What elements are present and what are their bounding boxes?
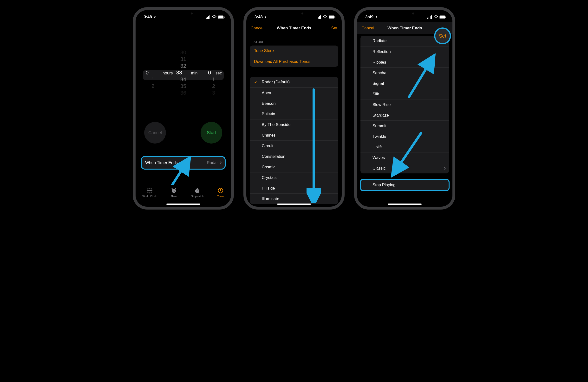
tone-row[interactable]: Chimes [250,130,338,140]
tone-row[interactable]: Silk [360,89,449,99]
status-time: 3:48 [254,15,263,20]
tone-row[interactable]: Slow Rise [360,99,449,110]
tone-row[interactable]: Constellation [250,151,338,162]
when-timer-ends-row[interactable]: When Timer Ends Radar [141,157,225,169]
tones-group: RadiateReflectionRipplesSenchaSignalSilk… [360,36,449,173]
timer-icon [217,187,224,194]
cell-signal-icon [206,15,211,19]
tone-row[interactable]: Signal [360,78,449,89]
tone-label: By The Seaside [262,122,291,127]
globe-icon [146,187,153,194]
tab-stopwatch[interactable]: Stopwatch [191,187,204,198]
stop-playing-row[interactable]: Stop Playing [360,180,449,190]
tone-store-link[interactable]: Tone Store [250,45,338,56]
tone-row[interactable]: Illuminate [250,193,338,204]
phone-tone-list-top: 3:48 Cancel When Timer Ends Set STORE To… [243,7,345,210]
tone-row[interactable]: Beacon [250,98,338,109]
store-header: STORE [246,34,342,45]
cell-signal-icon [317,15,321,19]
nav-set[interactable]: Set [318,26,337,31]
svg-rect-16 [320,15,321,19]
tone-row[interactable]: Twinkle [360,131,449,142]
nav-set[interactable]: Set [439,33,446,39]
tone-row[interactable]: Cosmic [250,162,338,172]
notch [387,10,423,17]
tone-label: Ripples [373,60,386,65]
tone-row[interactable]: Waves [360,152,449,163]
tone-label: Radar (Default) [262,80,290,85]
tone-row[interactable]: By The Seaside [250,119,338,130]
store-group: Tone Store Download All Purchased Tones [250,45,338,67]
svg-rect-26 [440,16,445,18]
svg-rect-24 [431,15,432,19]
svg-rect-2 [208,16,209,19]
location-icon [264,16,267,19]
tone-row[interactable]: Stargaze [360,110,449,120]
svg-rect-27 [445,17,446,18]
svg-rect-3 [210,15,210,19]
tone-label: Bulletin [262,112,275,117]
svg-rect-14 [318,17,318,19]
phone-tone-list-bottom: 3:49 Cancel When Timer Ends Set RadiateR… [354,7,455,210]
tone-label: Stargaze [373,113,389,118]
tone-label: Signal [373,81,384,86]
battery-icon [329,15,336,19]
home-indicator[interactable] [277,204,311,205]
wte-label: When Timer Ends [145,160,178,165]
tab-world-clock[interactable]: World Clock [143,187,157,198]
picker-seconds[interactable]: 0 1 2 3 [202,49,225,96]
time-picker[interactable]: 0 1 2 30 31 32 33 34 35 36 0 [136,49,231,96]
tone-label: Constellation [262,154,285,159]
svg-rect-22 [429,17,429,19]
nav-cancel[interactable]: Cancel [361,26,381,31]
nav-title: When Timer Ends [387,26,422,31]
svg-rect-23 [430,16,431,19]
tone-label: Silk [373,92,379,97]
tone-label: Radiate [373,39,387,43]
svg-rect-6 [224,17,225,18]
classic-row[interactable]: Classic [360,163,449,173]
tone-row[interactable]: Apex [250,87,338,98]
svg-rect-11 [197,188,198,189]
tone-row[interactable]: Hillside [250,183,338,193]
tone-row[interactable]: ✓Radar (Default) [250,77,338,87]
tone-label: Cosmic [262,165,275,170]
tone-row[interactable]: Summit [360,120,449,131]
tone-row[interactable]: Circuit [250,140,338,151]
tone-row[interactable]: Reflection [360,46,449,57]
cancel-button[interactable]: Cancel [144,122,166,144]
svg-rect-5 [218,16,223,18]
tone-label: Uplift [373,145,382,149]
tone-row[interactable]: Ripples [360,57,449,67]
tone-label: Twinkle [373,134,386,139]
svg-rect-15 [319,16,320,19]
tab-timer[interactable]: Timer [217,187,224,198]
notch [276,10,312,17]
home-indicator[interactable] [388,204,422,205]
stop-playing-group: Stop Playing [360,179,449,191]
location-icon [153,16,156,19]
tone-label: Summit [373,124,386,128]
tone-label: Classic [373,166,386,171]
tone-label: Circuit [262,144,273,148]
tone-label: Reflection [373,49,391,54]
battery-icon [218,15,225,19]
tone-row[interactable]: Bulletin [250,109,338,119]
tone-row[interactable]: Crystals [250,172,338,183]
svg-rect-18 [329,16,334,18]
chevron-right-icon [443,167,445,170]
tab-alarm[interactable]: Alarm [170,187,177,198]
phone-timer: 3:48 hours min sec 0 1 2 [133,7,234,210]
picker-minutes[interactable]: 30 31 32 33 34 35 36 [172,49,195,96]
wifi-icon [212,15,216,19]
home-indicator[interactable] [166,204,200,205]
tone-row[interactable]: Sencha [360,67,449,78]
set-button-highlight[interactable]: Set [434,27,451,44]
start-button[interactable]: Start [201,122,222,144]
tone-label: Hillside [262,186,275,191]
download-tones-link[interactable]: Download All Purchased Tones [250,56,338,67]
tone-row[interactable]: Uplift [360,142,449,152]
picker-hours[interactable]: 0 1 2 [141,49,165,96]
nav-cancel[interactable]: Cancel [251,26,270,31]
wifi-icon [323,15,327,19]
